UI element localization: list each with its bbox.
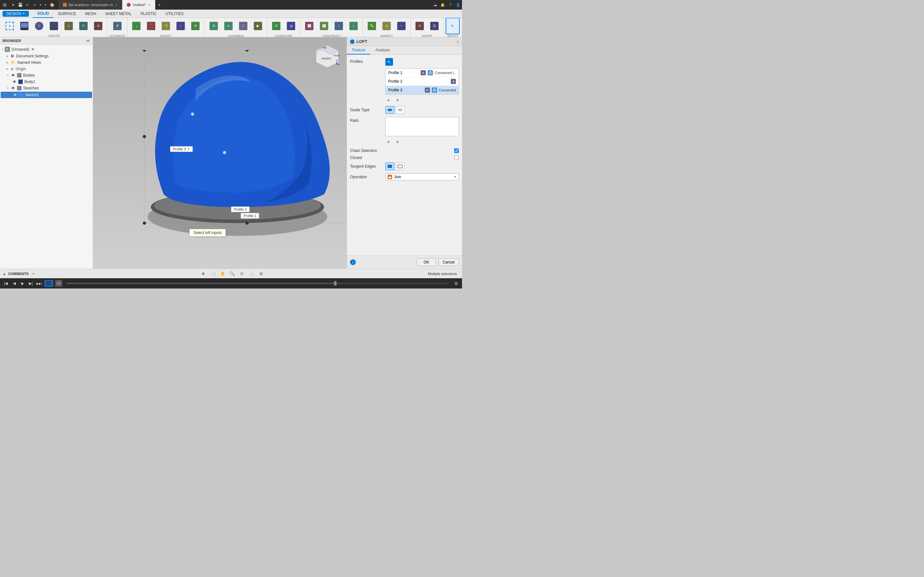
tree-item-root[interactable]: ▼ 👁 (Unsaved) 👁 (0, 46, 93, 53)
display-settings-icon[interactable]: ⬜ (210, 270, 216, 277)
close-tab-lampshade[interactable]: ✕ (115, 3, 118, 7)
new-joint-btn[interactable]: ⊞ (207, 18, 221, 34)
tab-lampshade[interactable]: fab academy- lampshade v1 ✕ (58, 0, 122, 10)
measure-btn[interactable]: 📏 (365, 18, 379, 34)
automate-btn[interactable]: ⚡ (110, 18, 124, 34)
add-profile-btn[interactable]: + (385, 97, 392, 103)
profile-2-label[interactable]: Profile 2 (231, 206, 250, 212)
tab-untitled[interactable]: Untitled* ✕ (122, 0, 155, 10)
tl-settings-icon[interactable]: ⚙ (453, 280, 459, 287)
fillet-btn[interactable]: ⌒ (144, 18, 158, 34)
tree-item-doc-settings[interactable]: ▶ ⚙ Document Settings (0, 53, 93, 59)
point-btn[interactable]: • (347, 18, 360, 34)
display-mode-icon[interactable]: ⊞ (258, 270, 265, 277)
cancel-button[interactable]: Cancel (439, 258, 459, 266)
new-component-btn[interactable]: + (3, 18, 17, 34)
tab-surface[interactable]: SURFACE (53, 10, 81, 18)
tree-item-origin[interactable]: ▶ ⊕ Origin (0, 66, 93, 72)
new-tab-btn[interactable]: + (155, 0, 164, 10)
comments-expand-icon[interactable]: ▲ (3, 272, 6, 276)
notifications-icon[interactable]: 🔔 (439, 0, 447, 10)
midplane-btn[interactable]: ⬜ (317, 18, 331, 34)
profile-1-item[interactable]: Profile 1 ⊞ Connected (.. (386, 69, 459, 77)
table-btn[interactable]: ▦ (284, 18, 298, 34)
cloud-icon[interactable]: ☁ (431, 0, 439, 10)
config-btn[interactable]: ⚙ (269, 18, 283, 34)
loft-info-icon[interactable]: i (350, 259, 356, 265)
save-icon[interactable]: 💾 (17, 0, 24, 10)
remove-rail-btn[interactable]: × (394, 139, 401, 145)
remove-profile-btn[interactable]: × (394, 97, 401, 103)
profile-3-arrow[interactable]: ▼ (187, 147, 190, 151)
tl-play-btn[interactable]: ▶ (19, 280, 26, 287)
axis-btn[interactable]: | (332, 18, 346, 34)
design-btn[interactable]: DESIGN ▼ (3, 11, 29, 17)
select-btn[interactable]: ↖ (446, 18, 460, 34)
joint-origin-btn[interactable]: ⊕ (221, 18, 236, 34)
tree-item-bodies[interactable]: ▼ 👁 Bodies (0, 72, 93, 79)
operation-select[interactable]: Join ▼ (385, 173, 459, 181)
comments-add-icon[interactable]: + (31, 271, 36, 277)
account-icon[interactable]: 👤 (454, 0, 462, 10)
curvature-btn[interactable]: ∿ (394, 18, 409, 34)
loft-tab-analysis[interactable]: Analysis (370, 46, 395, 55)
tree-item-body1[interactable]: 👁 Body1 (0, 79, 93, 85)
loft-tab-feature[interactable]: Feature (347, 46, 370, 55)
profile-1-label[interactable]: Profile 1 (241, 213, 259, 219)
tl-prev-btn[interactable]: ◀ (11, 280, 17, 287)
profiles-select-btn[interactable]: ↖ (385, 58, 393, 66)
move-btn[interactable]: ✛ (188, 18, 202, 34)
tl-next-btn[interactable]: ▶| (27, 280, 34, 287)
loft-btn[interactable]: ◇ (61, 18, 76, 34)
undo-more-icon[interactable]: ▼ (38, 0, 43, 10)
interference-btn[interactable]: ⊖ (380, 18, 394, 34)
close-tab-untitled[interactable]: ✕ (148, 3, 150, 7)
profile-2-item[interactable]: Profile 2 ⊞ (386, 77, 459, 86)
tree-item-sketches[interactable]: ▼ 👁 Sketches (0, 85, 93, 91)
revolve-btn[interactable]: ↻ (32, 18, 46, 34)
tree-item-named-views[interactable]: ▶ 📁 Named Views (0, 59, 93, 66)
loft-expand-icon[interactable]: » (457, 39, 459, 44)
profile-3-item[interactable]: Profile 3 ⊞ Connected (386, 86, 459, 94)
tangent-btn-1[interactable] (385, 163, 394, 170)
coord-icon[interactable]: ⊕ (200, 270, 207, 277)
zoom-icon[interactable]: 🔍 (229, 270, 236, 277)
add-rail-btn[interactable]: + (385, 139, 392, 145)
orbit-icon[interactable]: ✋ (219, 270, 226, 277)
drive-joints-btn[interactable]: ▶ (251, 18, 265, 34)
webbing-btn[interactable]: ⊕ (91, 18, 105, 34)
guide-type-btn-2[interactable] (396, 106, 405, 114)
rib-btn[interactable]: ⊓ (76, 18, 90, 34)
tl-rewind-btn[interactable]: |◀ (3, 280, 9, 287)
chain-selection-checkbox[interactable] (454, 148, 459, 153)
chamfer-btn[interactable]: ◹ (159, 18, 173, 34)
viewport[interactable]: Profile 3 ▼ Profile 2 Profile 1 Select l… (93, 37, 347, 269)
profile-3-label[interactable]: Profile 3 ▼ (170, 146, 193, 152)
tab-utilities[interactable]: UTILITIES (161, 10, 188, 18)
undo-icon[interactable]: ↩ (24, 0, 31, 10)
closed-checkbox[interactable] (454, 155, 459, 160)
home-icon[interactable]: 🏠 (48, 0, 56, 10)
guide-type-btn-1[interactable] (385, 106, 394, 114)
view-cube-icon[interactable]: ⬜ (248, 270, 255, 277)
rigid-group-btn[interactable]: ⬡ (236, 18, 250, 34)
app-grid-icon[interactable]: ⊞ (0, 0, 10, 10)
ok-button[interactable]: OK (417, 258, 436, 266)
app-menu-icon[interactable]: ▼ (10, 0, 17, 10)
nav-cube[interactable]: FRONT RIGHT Top X Z (314, 44, 340, 69)
help-icon[interactable]: ? (447, 0, 454, 10)
press-pull-btn[interactable]: ↕ (129, 18, 144, 34)
decal-btn[interactable]: 🖼 (427, 18, 441, 34)
tl-end-btn[interactable]: ▶▶| (36, 280, 42, 287)
fit-icon[interactable]: ⊡ (238, 270, 246, 277)
tab-solid[interactable]: SOLID (33, 10, 53, 18)
redo-icon[interactable]: ↪ (31, 0, 38, 10)
insert-derive-btn[interactable]: ⊕ (413, 18, 427, 34)
tab-sheet-metal[interactable]: SHEET METAL (101, 10, 136, 18)
shell-btn[interactable]: ☐ (174, 18, 188, 34)
browser-collapse-icon[interactable]: ≪ (86, 39, 90, 43)
tab-mesh[interactable]: MESH (81, 10, 101, 18)
sweep-btn[interactable]: ⌒ (47, 18, 61, 34)
redo-more-icon[interactable]: ▼ (43, 0, 48, 10)
tree-item-sketch1[interactable]: 👁 Sketch1 (1, 92, 92, 98)
